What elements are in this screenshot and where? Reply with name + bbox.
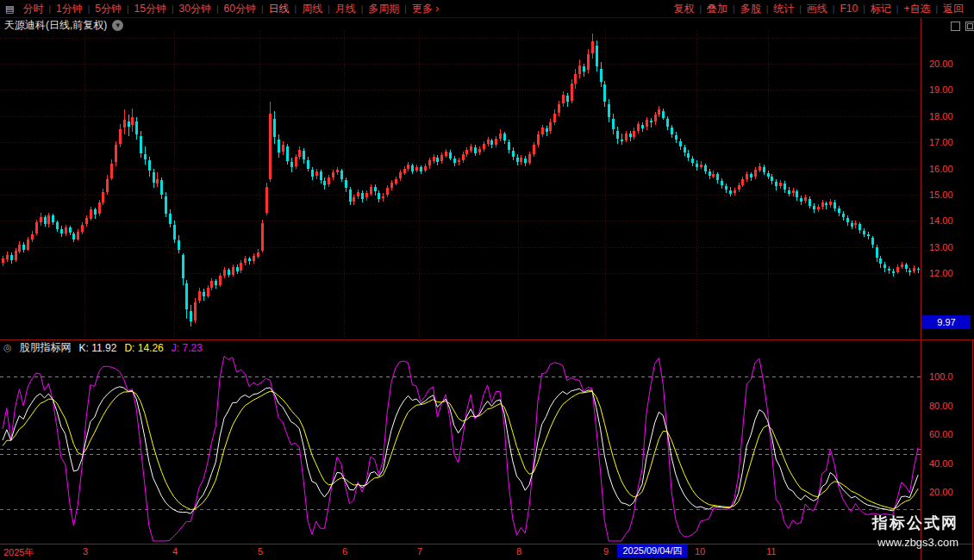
price-axis-label: 20.00 [929, 59, 953, 69]
indicator-header: ◎ 股朋指标网 K: 11.92 D: 14.26 J: 7.23 [3, 341, 203, 354]
date-tick: 11 [766, 546, 776, 557]
tool-menu: 复权|叠加|多股|统计|画线|F10|标记|+自选|返回 [668, 0, 974, 17]
period-item-5[interactable]: 30分钟 [174, 0, 216, 17]
watermark-title: 指标公式网 [872, 513, 958, 533]
period-item-6[interactable]: 60分钟 [219, 0, 261, 17]
period-item-7[interactable]: 日线 [264, 0, 295, 17]
kdj-d-value: D: 14.26 [124, 342, 163, 354]
date-tick: 7 [417, 546, 422, 557]
date-tick: 10 [695, 546, 705, 557]
title-dropdown-icon[interactable]: ▾ [112, 20, 123, 31]
top-menubar: ▤ 分时|1分钟|5分钟|15分钟|30分钟|60分钟|日线|周线|月线|多周期… [0, 0, 974, 18]
kdj-j-value: J: 7.23 [172, 342, 203, 354]
period-item-3[interactable]: 5分钟 [90, 0, 127, 17]
right-edge-border-line [972, 339, 973, 560]
price-axis-label: 17.00 [929, 137, 953, 147]
period-item-1[interactable]: 分时 [17, 0, 48, 17]
period-item-2[interactable]: 1分钟 [51, 0, 88, 17]
price-axis-label: 18.00 [929, 111, 953, 121]
panel-divider-line [0, 339, 974, 340]
period-item-9[interactable]: 月线 [330, 0, 361, 17]
tool-item-2[interactable]: 叠加 [702, 0, 733, 17]
chart-title: 天源迪科(日线,前复权) [4, 18, 107, 33]
date-highlight: 2025/09/04/四 [617, 544, 688, 557]
date-tick: 3 [83, 546, 88, 557]
pane-minimize-icon[interactable] [951, 22, 960, 31]
indicator-axis-label: 80.00 [929, 401, 953, 411]
period-menu: 分时|1分钟|5分钟|15分钟|30分钟|60分钟|日线|周线|月线|多周期|更… [17, 0, 444, 17]
tool-item-9[interactable]: 返回 [938, 0, 969, 17]
pane-window-icons [951, 22, 974, 31]
indicator-axis-label: 40.00 [929, 458, 953, 469]
period-item-10[interactable]: 多周期 [363, 0, 404, 17]
indicator-logo-icon: ◎ [3, 342, 12, 353]
watermark: 指标公式网 www.zbgs3.com [872, 513, 958, 549]
tool-item-7[interactable]: 标记 [865, 0, 896, 17]
indicator-axis-label: 20.00 [929, 487, 953, 497]
date-tick: 8 [516, 546, 521, 557]
current-price-tag: 9.97 [922, 315, 971, 329]
price-axis-border-line [921, 18, 921, 560]
tool-item-4[interactable]: 统计 [768, 0, 799, 17]
tool-item-6[interactable]: F10 [834, 0, 863, 17]
tool-item-1[interactable]: 复权 [668, 0, 699, 17]
pane-maximize-icon[interactable] [965, 22, 974, 31]
date-tick: 2025年 [3, 546, 34, 559]
trading-app-window: ▤ 分时|1分钟|5分钟|15分钟|30分钟|60分钟|日线|周线|月线|多周期… [0, 0, 974, 560]
period-item-11[interactable]: 更多 › [407, 0, 444, 17]
tool-item-5[interactable]: 画线 [802, 0, 833, 17]
price-axis-label: 16.00 [929, 164, 953, 174]
indicator-name[interactable]: 股朋指标网 [20, 340, 72, 355]
kdj-indicator-canvas[interactable] [0, 355, 921, 544]
indicator-axis-label: 100.0 [929, 371, 953, 382]
price-axis-label: 13.00 [929, 242, 953, 252]
period-item-8[interactable]: 周线 [297, 0, 328, 17]
app-menu-icon[interactable]: ▤ [0, 3, 17, 15]
price-axis-label: 12.00 [929, 268, 953, 278]
tool-item-3[interactable]: 多股 [735, 0, 766, 17]
title-row: 天源迪科(日线,前复权) ▾ [4, 19, 123, 31]
date-tick: 5 [258, 546, 263, 557]
date-tick: 9 [603, 546, 609, 557]
price-axis-label: 15.00 [929, 190, 953, 200]
date-tick: 6 [342, 546, 347, 557]
indicator-axis-label: 60.00 [929, 429, 953, 439]
period-item-4[interactable]: 15分钟 [129, 0, 172, 17]
tool-item-8[interactable]: +自选 [898, 0, 935, 17]
price-axis-label: 19.00 [929, 84, 953, 95]
candlestick-chart-canvas[interactable] [0, 31, 921, 338]
date-tick: 4 [172, 546, 178, 557]
price-axis-label: 14.00 [929, 215, 953, 226]
date-axis: 2025年34567891011 [0, 544, 974, 560]
kdj-k-value: K: 11.92 [79, 342, 117, 354]
date-axis-divider-line [0, 544, 974, 544]
watermark-url: www.zbgs3.com [872, 536, 958, 549]
